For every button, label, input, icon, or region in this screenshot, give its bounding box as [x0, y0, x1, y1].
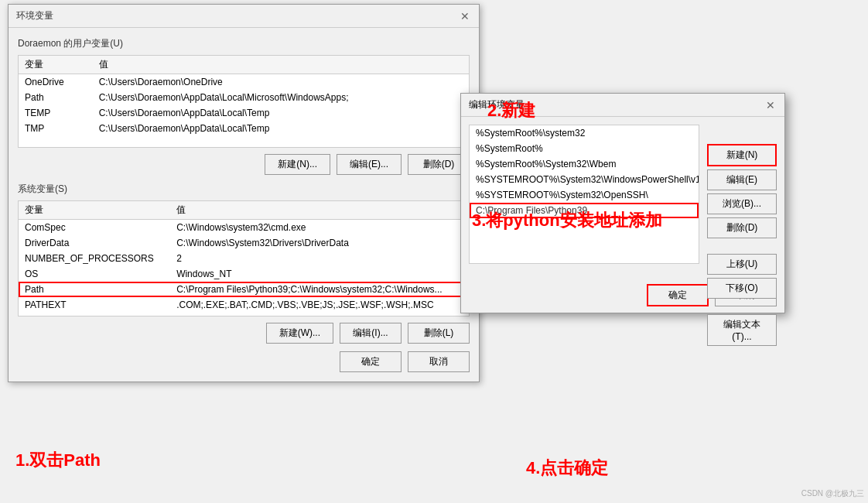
new-user-btn[interactable]: 新建(N)...	[265, 154, 330, 175]
path-list-item[interactable]: %SystemRoot%\system32	[470, 125, 699, 141]
col-val-header-sys: 值	[170, 201, 469, 220]
sys-var-value: 2	[170, 251, 469, 266]
user-vars-table: 变量 值 OneDriveC:\Users\Doraemon\OneDriveP…	[19, 56, 469, 136]
env-dialog-title: 环境变量	[16, 9, 53, 22]
user-var-row[interactable]: TEMPC:\Users\Doraemon\AppData\Local\Temp	[19, 105, 469, 121]
sys-var-row[interactable]: DriverDataC:\Windows\System32\Drivers\Dr…	[19, 235, 469, 251]
sys-var-value: C:\Windows\System32\Drivers\DriverData	[170, 235, 469, 251]
sys-var-value: C:\Windows\system32\cmd.exe	[170, 220, 469, 236]
sys-var-value: C:\Program Files\Python39;C:\Windows\sys…	[170, 282, 469, 297]
env-dialog-titlebar: 环境变量 ✕	[9, 5, 479, 28]
edit-env-dialog: 编辑环境变量 ✕ %SystemRoot%\system32%SystemRoo…	[460, 93, 785, 313]
path-list-item[interactable]: %SYSTEMROOT%\System32\OpenSSH\	[470, 187, 699, 203]
sys-var-value: Windows_NT	[170, 266, 469, 282]
system-section: 系统变量(S) 变量 值 ComSpecC:\Windows\system32\…	[18, 183, 470, 344]
delete-sys-btn[interactable]: 删除(L)	[408, 323, 470, 344]
sys-var-row[interactable]: NUMBER_OF_PROCESSORS2	[19, 251, 469, 266]
annotation-4: 4.点击确定	[526, 457, 608, 480]
sys-var-name: ComSpec	[19, 220, 170, 236]
col-var-header-user: 变量	[19, 56, 93, 74]
user-var-name: TMP	[19, 121, 93, 136]
user-var-value: C:\Users\Doraemon\AppData\Local\Temp	[93, 105, 469, 121]
edit-text-btn[interactable]: 编辑文本(T)...	[707, 314, 777, 346]
delete-path-btn[interactable]: 删除(D)	[707, 217, 777, 238]
user-var-value: C:\Users\Doraemon\AppData\Local\Temp	[93, 121, 469, 136]
user-vars-table-container: 变量 值 OneDriveC:\Users\Doraemon\OneDriveP…	[18, 55, 470, 148]
edit-ok-btn[interactable]: 确定	[647, 284, 709, 306]
annotation-1: 1.双击Path	[15, 449, 101, 472]
edit-path-btn[interactable]: 编辑(E)	[707, 169, 777, 190]
env-dialog-close-btn[interactable]: ✕	[459, 10, 471, 22]
sys-vars-table-container[interactable]: 变量 值 ComSpecC:\Windows\system32\cmd.exeD…	[18, 200, 470, 317]
env-dialog-bottom-btns: 确定 取消	[18, 351, 470, 372]
user-var-name: Path	[19, 90, 93, 105]
sys-var-name: Path	[19, 282, 170, 297]
sys-var-name: DriverData	[19, 235, 170, 251]
sys-var-name: PATHEXT	[19, 297, 170, 313]
user-var-name: TEMP	[19, 105, 93, 121]
move-down-btn[interactable]: 下移(O)	[707, 278, 777, 299]
user-var-row[interactable]: TMPC:\Users\Doraemon\AppData\Local\Temp	[19, 121, 469, 136]
new-path-btn[interactable]: 新建(N)	[707, 144, 777, 166]
move-up-btn[interactable]: 上移(U)	[707, 254, 777, 275]
watermark: CSDN @北极九三	[801, 488, 864, 499]
col-val-header-user: 值	[93, 56, 469, 74]
path-list-item[interactable]: %SYSTEMROOT%\System32\WindowsPowerShell\…	[470, 172, 699, 187]
sys-vars-table: 变量 值 ComSpecC:\Windows\system32\cmd.exeD…	[19, 201, 469, 317]
env-ok-btn[interactable]: 确定	[340, 351, 402, 372]
env-cancel-btn[interactable]: 取消	[408, 351, 470, 372]
path-list-item[interactable]: %SystemRoot%	[470, 141, 699, 156]
user-var-value: C:\Users\Doraemon\AppData\Local\Microsof…	[93, 90, 469, 105]
path-list-item[interactable]: %SystemRoot%\System32\Wbem	[470, 156, 699, 172]
env-dialog-body: Doraemon 的用户变量(U) 变量 值 OneDriveC:\Users\…	[9, 28, 479, 382]
col-var-header-sys: 变量	[19, 201, 170, 220]
user-section-label: Doraemon 的用户变量(U)	[18, 37, 470, 50]
sys-var-row[interactable]: PROCESSOR_ARCHITECT...AMD64	[19, 313, 469, 317]
sys-var-name: OS	[19, 266, 170, 282]
path-list-container[interactable]: %SystemRoot%\system32%SystemRoot%%System…	[469, 125, 699, 264]
sys-var-row[interactable]: ComSpecC:\Windows\system32\cmd.exe	[19, 220, 469, 236]
sys-var-row[interactable]: OSWindows_NT	[19, 266, 469, 282]
sys-var-value: .COM;.EXE;.BAT;.CMD;.VBS;.VBE;JS;.JSE;.W…	[170, 297, 469, 313]
annotation-2: 2.新建	[487, 99, 535, 122]
env-variables-dialog: 环境变量 ✕ Doraemon 的用户变量(U) 变量 值 OneDriveC:…	[8, 4, 480, 382]
sys-var-value: AMD64	[170, 313, 469, 317]
edit-sys-btn[interactable]: 编辑(I)...	[340, 323, 402, 344]
edit-btn-col: 新建(N) 编辑(E) 浏览(B)... 删除(D) 上移(U) 下移(O) 编…	[707, 144, 777, 346]
annotation-3: 3.将python安装地址添加	[472, 209, 662, 232]
sys-btn-row: 新建(W)... 编辑(I)... 删除(L)	[18, 323, 470, 344]
edit-dialog-inner: %SystemRoot%\system32%SystemRoot%%System…	[461, 117, 784, 278]
user-var-row[interactable]: PathC:\Users\Doraemon\AppData\Local\Micr…	[19, 90, 469, 105]
sys-var-row[interactable]: PathC:\Program Files\Python39;C:\Windows…	[19, 282, 469, 297]
edit-user-btn[interactable]: 编辑(E)...	[337, 154, 402, 175]
user-btn-row: 新建(N)... 编辑(E)... 删除(D)	[18, 154, 470, 175]
new-sys-btn[interactable]: 新建(W)...	[266, 323, 333, 344]
sys-section-label: 系统变量(S)	[18, 183, 470, 196]
edit-dialog-close-btn[interactable]: ✕	[764, 99, 777, 111]
sys-var-name: PROCESSOR_ARCHITECT...	[19, 313, 170, 317]
browse-btn[interactable]: 浏览(B)...	[707, 193, 777, 214]
user-var-name: OneDrive	[19, 74, 93, 91]
sys-var-row[interactable]: PATHEXT.COM;.EXE;.BAT;.CMD;.VBS;.VBE;JS;…	[19, 297, 469, 313]
sys-var-name: NUMBER_OF_PROCESSORS	[19, 251, 170, 266]
user-var-row[interactable]: OneDriveC:\Users\Doraemon\OneDrive	[19, 74, 469, 91]
user-var-value: C:\Users\Doraemon\OneDrive	[93, 74, 469, 91]
